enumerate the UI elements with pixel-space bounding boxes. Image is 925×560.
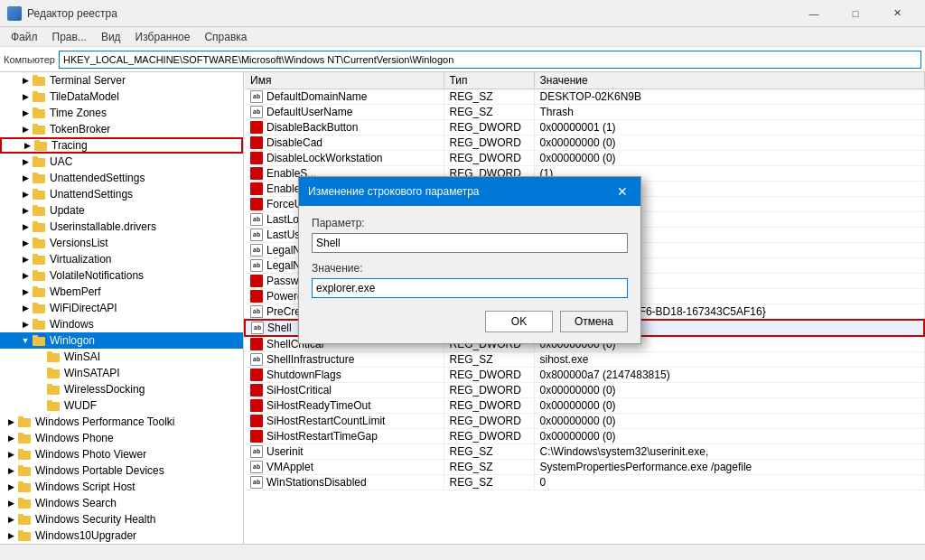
folder-icon <box>33 221 47 232</box>
table-row[interactable]: ShutdownFlagsREG_DWORD0x800000a7 (214748… <box>245 368 924 383</box>
dialog-buttons: OK Отмена <box>312 311 628 332</box>
string-icon: ab <box>250 461 263 473</box>
tree-item[interactable]: WinSATAPI <box>0 365 243 381</box>
menu-file[interactable]: Файл <box>4 29 45 45</box>
tree-item-label: Windows Performance Toolki <box>35 415 175 428</box>
maximize-button[interactable]: □ <box>835 0 876 27</box>
menu-favorites[interactable]: Избранное <box>128 29 198 45</box>
folder-icon <box>33 124 47 135</box>
folder-icon <box>33 107 47 118</box>
value-name: WinStationsDisabled <box>266 476 367 489</box>
tree-item[interactable]: ▶Update <box>0 202 243 219</box>
table-row[interactable]: SiHostRestartTimeGapREG_DWORD0x00000000 … <box>245 429 924 444</box>
tree-item[interactable]: ▶Windows <box>0 316 243 332</box>
value-name: SiHostRestartCountLimit <box>266 415 385 427</box>
title-bar: Редактор реестра — □ ✕ <box>0 0 925 27</box>
tree-item[interactable]: ▶Windows Search <box>0 495 243 511</box>
value-data: 0x00000001 (1) <box>534 120 924 135</box>
tree-arrow-icon: ▶ <box>4 528 18 543</box>
tree-item[interactable]: ▶Time Zones <box>0 105 243 121</box>
minimize-button[interactable]: — <box>793 0 835 27</box>
close-button[interactable]: ✕ <box>876 0 918 27</box>
tree-item[interactable]: ▶UnattendSettings <box>0 186 243 202</box>
dialog-value-label: Значение: <box>312 262 628 275</box>
tree-item[interactable]: ▶Userinstallable.drivers <box>0 219 243 235</box>
value-data: 0x800000a7 (2147483815) <box>534 368 924 383</box>
tree-item[interactable]: ▶VersionsList <box>0 235 243 251</box>
binary-icon <box>250 167 263 180</box>
tree-item-label: WbemPerf <box>50 285 101 298</box>
dialog-name-input[interactable] <box>312 233 628 253</box>
value-type: REG_SZ <box>444 444 534 460</box>
tree-arrow-icon: ▶ <box>18 122 33 136</box>
tree-arrow-icon: ▶ <box>4 463 18 478</box>
tree-arrow-icon: ▶ <box>20 138 34 153</box>
table-row[interactable]: DisableLockWorkstationREG_DWORD0x0000000… <box>245 151 924 166</box>
tree-item[interactable]: ▶TileDataModel <box>0 89 243 105</box>
tree-arrow-icon: ▶ <box>4 512 18 527</box>
table-row[interactable]: DisableCadREG_DWORD0x00000000 (0) <box>245 135 924 151</box>
binary-icon <box>250 198 263 210</box>
table-row[interactable]: abVMAppletREG_SZSystemPropertiesPerforma… <box>245 460 924 475</box>
menu-bar: Файл Прав... Вид Избранное Справка <box>0 27 925 47</box>
table-row[interactable]: SiHostCriticalREG_DWORD0x00000000 (0) <box>245 383 924 398</box>
table-row[interactable]: abWinStationsDisabledREG_SZ0 <box>245 475 924 490</box>
folder-icon <box>18 433 33 443</box>
tree-item[interactable]: ▶Tracing <box>0 137 243 154</box>
value-data: C:\Windows\system32\userinit.exe, <box>534 444 924 460</box>
tree-arrow-icon: ▶ <box>4 431 18 445</box>
table-row[interactable]: DisableBackButtonREG_DWORD0x00000001 (1) <box>245 120 924 135</box>
tree-item[interactable]: WirelessDocking <box>0 381 243 397</box>
value-type: REG_SZ <box>444 105 534 120</box>
tree-item[interactable]: ▶WiFiDirectAPI <box>0 300 243 316</box>
dialog-cancel-button[interactable]: Отмена <box>560 311 628 332</box>
tree-arrow-icon: ▶ <box>4 496 18 510</box>
tree-item-label: Windows Script Host <box>35 481 135 493</box>
tree-item-label: TileDataModel <box>50 90 119 103</box>
address-input[interactable] <box>59 51 921 69</box>
tree-item[interactable]: ▶Windows Security Health <box>0 511 243 527</box>
folder-icon <box>33 189 47 200</box>
value-type: REG_DWORD <box>444 383 534 398</box>
tree-item[interactable]: ▶Windows Portable Devices <box>0 462 243 479</box>
tree-item[interactable]: ▼Winlogon <box>0 332 243 349</box>
tree-item-label: Time Zones <box>50 107 107 119</box>
tree-item[interactable]: ▶Terminal Server <box>0 72 243 89</box>
tree-item[interactable]: ▶Windows Photo Viewer <box>0 446 243 462</box>
tree-arrow-icon: ▶ <box>18 268 33 283</box>
value-name: DisableLockWorkstation <box>266 152 383 164</box>
tree-item[interactable]: ▶Windows Phone <box>0 430 243 446</box>
string-icon: ab <box>250 353 263 366</box>
value-name: SiHostCritical <box>266 384 332 397</box>
menu-edit[interactable]: Прав... <box>45 29 94 45</box>
table-row[interactable]: abShellInfrastructureREG_SZsihost.exe <box>245 352 924 368</box>
tree-item[interactable]: ▶UAC <box>0 154 243 170</box>
table-row[interactable]: abDefaultUserNameREG_SZThrash <box>245 105 924 120</box>
table-row[interactable]: abUserinitREG_SZC:\Windows\system32\user… <box>245 444 924 460</box>
binary-icon <box>250 430 263 443</box>
tree-item[interactable]: WUDF <box>0 397 243 414</box>
table-row[interactable]: SiHostRestartCountLimitREG_DWORD0x000000… <box>245 414 924 429</box>
tree-item[interactable]: ▶Windows Performance Toolki <box>0 414 243 430</box>
tree-item[interactable]: ▶Windows10Upgrader <box>0 527 243 544</box>
tree-arrow-icon <box>33 398 47 413</box>
dialog-ok-button[interactable]: OK <box>485 311 553 332</box>
dialog-value-input[interactable] <box>312 278 628 298</box>
tree-item[interactable]: WinSAI <box>0 349 243 365</box>
tree-item[interactable]: ▶UnattendedSettings <box>0 170 243 186</box>
tree-item[interactable]: ▶TokenBroker <box>0 121 243 137</box>
value-name: SiHostRestartTimeGap <box>266 430 378 443</box>
dialog-name-label: Параметр: <box>312 217 628 229</box>
table-row[interactable]: SiHostReadyTimeOutREG_DWORD0x00000000 (0… <box>245 398 924 414</box>
string-icon: ab <box>250 213 263 226</box>
tree-item[interactable]: ▶Windows Script Host <box>0 479 243 495</box>
tree-item[interactable]: ▶WbemPerf <box>0 284 243 300</box>
tree-item[interactable]: ▶Virtualization <box>0 251 243 267</box>
tree-arrow-icon: ▶ <box>18 203 33 218</box>
table-row[interactable]: abDefaultDomainNameREG_SZDESKTOP-02K6N9B <box>245 89 924 105</box>
tree-item[interactable]: ▶VolatileNotifications <box>0 267 243 284</box>
folder-icon <box>47 400 61 411</box>
menu-view[interactable]: Вид <box>94 29 128 45</box>
dialog-close-button[interactable]: ✕ <box>613 182 631 201</box>
menu-help[interactable]: Справка <box>197 29 254 45</box>
